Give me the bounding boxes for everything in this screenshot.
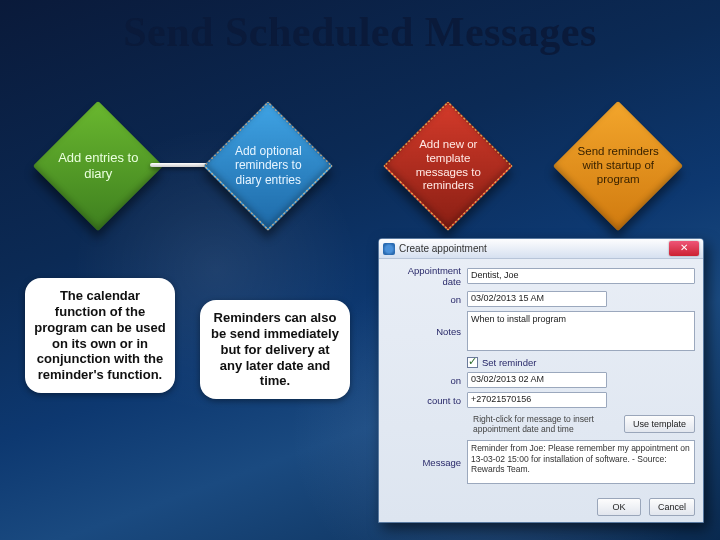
label-notes: Notes [387,326,467,337]
diamond-label: Add new or template messages to reminder… [404,136,492,195]
close-button[interactable]: ✕ [669,241,699,256]
dialog-titlebar: Create appointment ✕ [379,239,703,259]
diamond-add-messages: Add new or template messages to reminder… [383,101,513,231]
app-icon [383,243,395,255]
label-message: Message [387,457,467,468]
message-field[interactable]: Reminder from Joe: Please remember my ap… [467,440,695,484]
diamond-send-on-startup: Send reminders with startup of program [553,101,683,231]
infobox-reminders: Reminders can also be send immediately b… [200,300,350,399]
page-title: Send Scheduled Messages [0,8,720,56]
label-on: on [387,294,467,305]
right-click-hint: Right-click for message to insert appoin… [387,412,624,436]
label-count-to: count to [387,395,467,406]
dialog-footer: OK Cancel [597,498,695,516]
notes-field[interactable]: When to install program [467,311,695,351]
infobox-calendar: The calendar function of the program can… [25,278,175,393]
diamond-add-reminders: Add optional reminders to diary entries [203,101,333,231]
label-set-reminder: Set reminder [482,357,536,368]
dialog-title: Create appointment [399,243,487,254]
label-appt-date: Appointment date [387,265,467,287]
reminder-datetime-field[interactable]: 03/02/2013 02 AM [467,372,607,388]
appt-date-field[interactable]: Dentist, Joe [467,268,695,284]
diamond-label: Add entries to diary [52,148,144,183]
diamond-label: Send reminders with startup of program [572,143,664,188]
diamond-add-entries: Add entries to diary [33,101,163,231]
use-template-button[interactable]: Use template [624,415,695,433]
diamond-label: Add optional reminders to diary entries [224,142,312,189]
dialog-body: Appointment date Dentist, Joe on 03/02/2… [379,259,703,494]
on-datetime-field[interactable]: 03/02/2013 15 AM [467,291,607,307]
create-appointment-dialog: Create appointment ✕ Appointment date De… [378,238,704,523]
set-reminder-checkbox[interactable] [467,357,478,368]
ok-button[interactable]: OK [597,498,641,516]
cancel-button[interactable]: Cancel [649,498,695,516]
label-on2: on [387,375,467,386]
count-to-field[interactable]: +27021570156 [467,392,607,408]
